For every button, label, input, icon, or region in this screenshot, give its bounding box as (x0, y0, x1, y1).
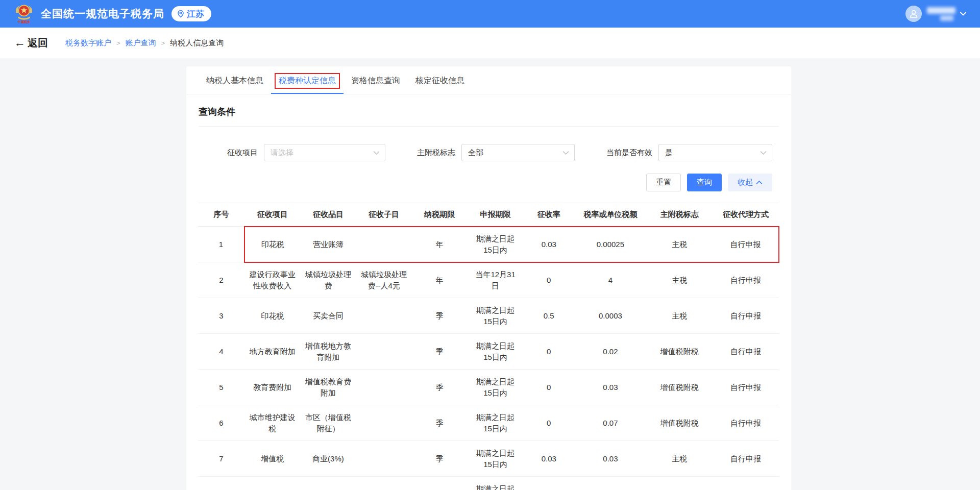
table-cell: 自行申报 (713, 227, 779, 262)
column-header: 申报期限 (468, 203, 523, 227)
back-arrow-icon: ← (14, 36, 26, 50)
svg-text:中国税务: 中国税务 (18, 20, 31, 24)
breadcrumb-item-digital-account[interactable]: 税务数字账户 (65, 38, 111, 48)
table-cell: 0.03 (523, 441, 574, 477)
table-cell: 0.5 (523, 298, 574, 334)
table-cell: 季 (412, 298, 468, 334)
table-cell: 月 (412, 477, 468, 490)
table-row: 3印花税买卖合同季期满之日起 15日内0.50.0003主税自行申报 (198, 298, 779, 334)
table-cell: 0 (523, 262, 574, 298)
tax-bureau-logo-icon: 中国税务 (13, 3, 35, 24)
table-cell: 自行申报 (713, 298, 779, 334)
chevron-down-icon (760, 151, 767, 155)
user-menu[interactable] (905, 6, 967, 22)
select-value: 是 (665, 148, 673, 158)
field-currently-valid: 当前是否有效 是 (606, 144, 772, 161)
table-cell: 季 (412, 370, 468, 405)
table-cell: 1 (198, 227, 244, 262)
table-cell: 主税 (646, 477, 713, 490)
region-label: 江苏 (187, 8, 204, 20)
chevron-down-icon (960, 11, 967, 16)
select-placeholder: 请选择 (271, 148, 293, 158)
collapse-button[interactable]: 收起 (728, 174, 772, 191)
back-button[interactable]: ← 返回 (14, 36, 48, 50)
table-cell: 0.03 (574, 441, 646, 477)
table-cell: 0 (523, 334, 574, 370)
user-icon (908, 8, 919, 19)
table-cell: 自行申报 (713, 441, 779, 477)
table-cell: 季 (412, 405, 468, 441)
table-cell: 增值税附税 (646, 405, 713, 441)
table-cell: 增值税教育费 附加 (300, 370, 356, 405)
search-button[interactable]: 查询 (687, 174, 722, 191)
table-cell: 期满之日起 15日内 (468, 477, 523, 490)
select-value: 全部 (468, 148, 483, 158)
table-cell: 季 (412, 334, 468, 370)
table-cell: 主税 (646, 441, 713, 477)
reset-button[interactable]: 重置 (646, 174, 681, 191)
collapse-label: 收起 (738, 178, 753, 187)
table-cell: 4 (198, 334, 244, 370)
tab-tax-type-determination[interactable]: 税费种认定信息 (271, 66, 344, 94)
column-header: 税率或单位税额 (574, 203, 646, 227)
collection-item-select[interactable]: 请选择 (264, 144, 385, 161)
app-header: 中国税务 全国统一规范电子税务局 江苏 (0, 0, 980, 28)
table-cell: 增值税附税 (646, 370, 713, 405)
region-selector[interactable]: 江苏 (172, 6, 211, 21)
table-cell: 主税 (646, 227, 713, 262)
table-cell: 0.03 (523, 227, 574, 262)
table-cell: 建设行政事业 性收费收入 (244, 262, 300, 298)
table-cell: 代扣代缴 (713, 477, 779, 490)
table-row: 5教育费附加增值税教育费 附加季期满之日起 15日内00.03增值税附税自行申报 (198, 370, 779, 405)
tab-qualification-query[interactable]: 资格信息查询 (344, 66, 408, 94)
table-cell: 工资薪金所得 (300, 477, 356, 490)
taxpayer-info-card: 纳税人基本信息 税费种认定信息 资格信息查询 核定征收信息 查询条件 征收项目 … (186, 66, 791, 490)
tab-taxpayer-basic-info[interactable]: 纳税人基本信息 (199, 66, 271, 94)
table-cell: 主税 (646, 298, 713, 334)
table-row: 6城市维护建设 税市区（增值税 附征）季期满之日起 15日内00.07增值税附税… (198, 405, 779, 441)
location-pin-icon (177, 10, 185, 18)
table-cell: 0.02 (574, 334, 646, 370)
field-label: 当前是否有效 (606, 148, 652, 158)
page-content: 纳税人基本信息 税费种认定信息 资格信息查询 核定征收信息 查询条件 征收项目 … (0, 58, 980, 490)
field-collection-item: 征收项目 请选择 (227, 144, 385, 161)
table-cell: 当年12月31 日 (468, 262, 523, 298)
action-buttons: 重置 查询 收起 (186, 161, 791, 191)
breadcrumb-separator: > (116, 39, 120, 47)
table-cell: 城市维护建设 税 (244, 405, 300, 441)
table-cell: 期满之日起 15日内 (468, 334, 523, 370)
currently-valid-select[interactable]: 是 (658, 144, 772, 161)
tab-verified-collection-info[interactable]: 核定征收信息 (408, 66, 472, 94)
table-cell: 6 (198, 405, 244, 441)
breadcrumb: 税务数字账户 > 账户查询 > 纳税人信息查询 (65, 38, 224, 48)
table-cell (356, 441, 412, 477)
column-header: 征收子目 (356, 203, 412, 227)
table-cell: 0.07 (574, 405, 646, 441)
table-cell: 5 (198, 370, 244, 405)
table-cell (356, 227, 412, 262)
chevron-up-icon (756, 180, 763, 185)
tax-determination-table: 序号征收项目征收品目征收子目纳税期限申报期限征收率税率或单位税额主附税标志征收代… (198, 203, 779, 490)
table-cell: 年 (412, 227, 468, 262)
breadcrumb-item-account-query[interactable]: 账户查询 (126, 38, 156, 48)
table-row: 2建设行政事业 性收费收入城镇垃圾处理 费城镇垃圾处理 费--人4元年当年12月… (198, 262, 779, 298)
table-cell: 城镇垃圾处理 费 (300, 262, 356, 298)
column-header: 征收项目 (244, 203, 300, 227)
table-cell: 买卖合同 (300, 298, 356, 334)
table-cell: 期满之日起 15日内 (468, 227, 523, 262)
table-cell: 2 (198, 262, 244, 298)
table-cell: 市区（增值税 附征） (300, 405, 356, 441)
table-cell: 4 (574, 262, 646, 298)
app-title: 全国统一规范电子税务局 (41, 7, 164, 21)
table-cell: 城镇垃圾处理 费--人4元 (356, 262, 412, 298)
main-surtax-flag-select[interactable]: 全部 (461, 144, 575, 161)
column-header: 序号 (198, 203, 244, 227)
field-main-surtax-flag: 主附税标志 全部 (417, 144, 575, 161)
table-cell: 自行申报 (713, 405, 779, 441)
table-cell: 增值税地方教 育附加 (300, 334, 356, 370)
table-cell (356, 370, 412, 405)
table-cell (356, 298, 412, 334)
breadcrumb-separator: > (161, 39, 165, 47)
column-header: 纳税期限 (412, 203, 468, 227)
table-cell (356, 477, 412, 490)
